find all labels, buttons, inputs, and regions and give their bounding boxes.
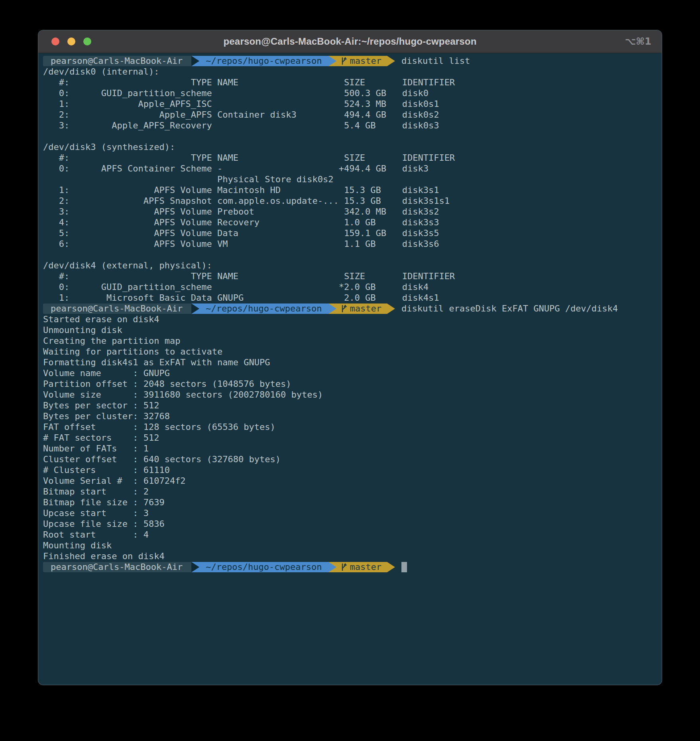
window-shortcut: ⌥⌘1 bbox=[625, 30, 651, 53]
prompt-directory: ~/repos/hugo-cwpearson bbox=[199, 562, 328, 572]
desktop: pearson@Carls-MacBook-Air:~/repos/hugo-c… bbox=[0, 0, 700, 741]
powerline-separator-icon bbox=[328, 56, 336, 66]
prompt-user-host: pearson@Carls-MacBook-Air bbox=[43, 56, 191, 66]
diskutil-list-output: /dev/disk0 (internal): #: TYPE NAME SIZE… bbox=[43, 66, 659, 303]
traffic-lights bbox=[51, 30, 91, 53]
prompt-branch-label: master bbox=[350, 303, 381, 314]
powerline-separator-icon bbox=[191, 56, 199, 66]
terminal-content[interactable]: pearson@Carls-MacBook-Air ~/repos/hugo-c… bbox=[38, 53, 662, 572]
text-cursor bbox=[401, 562, 407, 572]
prompt-directory: ~/repos/hugo-cwpearson bbox=[199, 303, 328, 314]
prompt-user-host: pearson@Carls-MacBook-Air bbox=[43, 562, 191, 572]
powerline-separator-icon bbox=[387, 562, 395, 572]
window-title: pearson@Carls-MacBook-Air:~/repos/hugo-c… bbox=[38, 36, 662, 47]
git-branch-icon bbox=[340, 57, 347, 65]
zoom-button[interactable] bbox=[83, 37, 91, 45]
powerline-separator-icon bbox=[191, 562, 199, 572]
close-button[interactable] bbox=[51, 37, 59, 45]
prompt-git-segment: master bbox=[336, 56, 387, 66]
prompt-git-segment: master bbox=[336, 303, 387, 314]
powerline-separator-icon bbox=[328, 303, 336, 314]
minimize-button[interactable] bbox=[67, 37, 75, 45]
diskutil-erase-output: Started erase on disk4 Unmounting disk C… bbox=[43, 314, 659, 562]
prompt-line: pearson@Carls-MacBook-Air ~/repos/hugo-c… bbox=[43, 303, 659, 314]
powerline-separator-icon bbox=[328, 562, 336, 572]
powerline-separator-icon bbox=[191, 303, 199, 314]
git-branch-icon bbox=[340, 304, 347, 313]
prompt-line: pearson@Carls-MacBook-Air ~/repos/hugo-c… bbox=[43, 562, 659, 572]
titlebar[interactable]: pearson@Carls-MacBook-Air:~/repos/hugo-c… bbox=[38, 30, 662, 53]
command-text: diskutil list bbox=[401, 55, 470, 66]
powerline-separator-icon bbox=[387, 303, 395, 314]
powerline-separator-icon bbox=[387, 56, 395, 66]
prompt-branch-label: master bbox=[350, 562, 381, 572]
prompt-user-host: pearson@Carls-MacBook-Air bbox=[43, 303, 191, 314]
git-branch-icon bbox=[340, 563, 347, 572]
prompt-line: pearson@Carls-MacBook-Air ~/repos/hugo-c… bbox=[43, 55, 659, 66]
prompt-directory: ~/repos/hugo-cwpearson bbox=[199, 56, 328, 66]
prompt-branch-label: master bbox=[350, 56, 381, 66]
prompt-git-segment: master bbox=[336, 562, 387, 572]
terminal-window: pearson@Carls-MacBook-Air:~/repos/hugo-c… bbox=[38, 30, 662, 685]
command-text: diskutil eraseDisk ExFAT GNUPG /dev/disk… bbox=[401, 303, 618, 314]
